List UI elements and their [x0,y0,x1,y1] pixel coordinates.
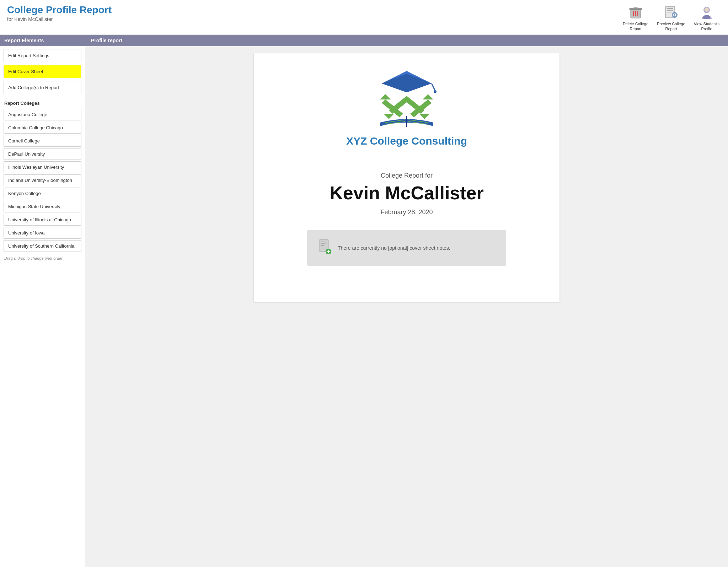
page-subtitle: for Kevin McCallister [7,16,112,22]
preview-icon [663,4,679,20]
report-colleges-label: Report Colleges [0,97,85,107]
college-item[interactable]: Illinois Wesleyan University [4,161,81,173]
svg-rect-31 [321,242,326,242]
content-area: Profile report [85,35,728,567]
report-card: XYZ College Consulting College Report fo… [254,53,560,302]
college-item[interactable]: Kenyon College [4,188,81,199]
view-profile-button[interactable]: View Student'sProfile [692,4,721,32]
cover-notes-text: There are currently no [optional] cover … [338,245,450,251]
delete-report-button[interactable]: Delete CollegeReport [621,4,650,32]
college-item[interactable]: Michigan State University [4,201,81,212]
page-header: College Profile Report for Kevin McCalli… [0,0,728,35]
svg-marker-17 [382,71,432,92]
college-item[interactable]: Indiana University-Bloomington [4,174,81,186]
svg-rect-8 [667,10,673,11]
colleges-list: Augustana CollegeColumbia College Chicag… [0,109,85,252]
company-logo [360,68,453,131]
sidebar: Report Elements Edit Report Settings Edi… [0,35,85,567]
svg-line-19 [432,83,435,91]
report-elements-header: Report Elements [0,35,85,46]
svg-rect-2 [630,8,642,10]
report-date: February 28, 2020 [380,209,433,216]
svg-point-15 [705,7,709,12]
svg-rect-33 [321,245,324,246]
college-item[interactable]: Augustana College [4,109,81,120]
svg-marker-24 [423,94,433,99]
edit-report-settings-button[interactable]: Edit Report Settings [4,49,81,62]
logo-area: XYZ College Consulting [346,68,467,147]
delete-report-label: Delete CollegeReport [623,21,648,32]
college-item[interactable]: Cornell College [4,135,81,147]
college-item[interactable]: University of Southern California [4,240,81,252]
cover-notes-box: There are currently no [optional] cover … [307,230,506,266]
college-item[interactable]: University of Illinois at Chicago [4,214,81,226]
svg-marker-22 [419,114,430,119]
profile-icon [699,4,714,20]
main-layout: Report Elements Edit Report Settings Edi… [0,35,728,567]
college-item[interactable]: DePaul University [4,148,81,160]
view-profile-label: View Student'sProfile [694,21,719,32]
student-name: Kevin McCallister [330,182,484,204]
svg-point-20 [434,90,437,93]
report-for-label: College Report for [381,172,433,179]
svg-rect-7 [667,8,673,9]
page-title: College Profile Report [7,4,112,16]
college-item[interactable]: University of Iowa [4,227,81,239]
title-block: College Profile Report for Kevin McCalli… [7,4,112,22]
svg-marker-23 [380,94,391,99]
preview-report-label: Preview CollegeReport [657,21,685,32]
add-colleges-button[interactable]: Add College(s) to Report [4,81,81,94]
svg-point-16 [703,15,710,19]
edit-cover-sheet-button[interactable]: Edit Cover Sheet [4,65,81,78]
svg-rect-36 [328,250,329,253]
college-item[interactable]: Columbia College Chicago [4,122,81,134]
preview-report-button[interactable]: Preview CollegeReport [657,4,685,32]
svg-rect-32 [321,243,326,244]
profile-report-header: Profile report [85,35,728,46]
header-actions: Delete CollegeReport Preview CollegeRepo… [621,4,721,32]
company-name: XYZ College Consulting [346,135,467,147]
svg-marker-21 [384,114,394,119]
svg-rect-9 [667,12,672,12]
delete-icon [628,4,643,20]
notes-icon [318,239,332,257]
report-preview: XYZ College Consulting College Report fo… [85,46,728,567]
drag-hint: Drag & drop to change print order [0,253,85,263]
svg-point-12 [674,14,675,16]
